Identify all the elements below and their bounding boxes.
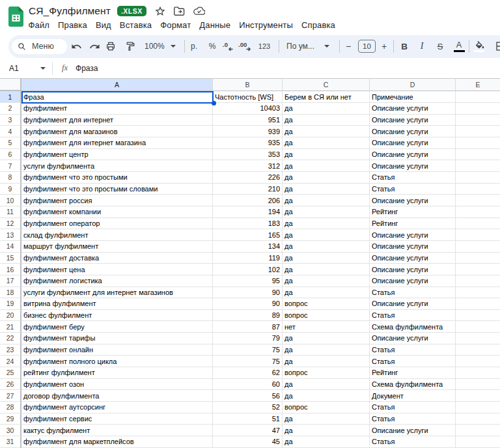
row-header[interactable]: 13 [0,229,21,241]
sheets-logo-icon[interactable] [8,7,23,29]
cell-c[interactable]: да [283,253,370,264]
cell-a[interactable]: услуги фулфилмент для интернет магазинов [21,287,213,299]
row-header[interactable]: 5 [0,137,21,149]
cell-d[interactable]: Примечание [370,91,456,103]
cell-d[interactable]: Статья [370,310,456,322]
cell-b[interactable]: 194 [213,206,283,218]
zoom-control[interactable]: 100% [145,35,165,58]
cell-a[interactable]: фулфилмент онлайн [21,344,213,356]
row-header[interactable]: 21 [0,321,21,333]
cell-b[interactable]: 75 [213,356,283,367]
cell-b[interactable]: 89 [213,310,283,322]
select-all-corner[interactable] [0,78,21,91]
row-header[interactable]: 11 [0,206,21,218]
cell-a[interactable]: фулфилмент озон [21,379,213,391]
name-box-dropdown-icon[interactable] [40,67,46,70]
cell-b[interactable]: 312 [213,160,283,172]
borders-icon[interactable] [495,35,500,58]
menu-инструменты[interactable]: Инструменты [235,18,298,32]
italic-button[interactable]: I [417,35,427,58]
menu-формат[interactable]: Формат [156,18,195,32]
cell-b[interactable]: 206 [213,195,283,206]
cell-c[interactable]: да [283,379,370,391]
cell-a[interactable]: фулфилмент что это простыми словами [21,184,213,195]
cell-a[interactable]: Фраза [21,91,213,103]
cell-e[interactable] [456,218,500,230]
cell-b[interactable]: 226 [213,172,283,184]
cell-c[interactable]: вопрос [283,402,370,413]
cell-e[interactable] [456,344,500,356]
row-header[interactable]: 27 [0,390,21,402]
row-header[interactable]: 9 [0,184,21,195]
cell-a[interactable]: фулфилмент россия [21,195,213,206]
cell-b[interactable]: 75 [213,344,283,356]
redo-button[interactable] [86,35,103,58]
row-header[interactable]: 19 [0,298,21,310]
cell-b[interactable]: 102 [213,264,283,275]
document-title[interactable]: СЯ_Фулфилмент [29,5,111,17]
cell-a[interactable]: фулфилмент сервис [21,413,213,425]
cell-c[interactable]: да [283,218,370,230]
cell-a[interactable]: склад фулфилмент [21,229,213,241]
cell-d[interactable]: Описание услуги [370,137,456,149]
cell-d[interactable]: Описание услуги [370,229,456,241]
cell-e[interactable] [456,184,500,195]
move-to-folder-icon[interactable] [174,7,185,16]
cell-e[interactable] [456,356,500,367]
cell-c[interactable]: да [283,103,370,115]
row-header[interactable]: 7 [0,160,21,172]
cell-a[interactable]: маршрут фулфилмент [21,241,213,253]
row-header[interactable]: 31 [0,436,21,448]
cell-e[interactable] [456,264,500,275]
cell-a[interactable]: фулфилмент доставка [21,253,213,264]
percent-format-button[interactable]: % [206,35,218,58]
cell-c[interactable]: да [283,229,370,241]
cell-b[interactable]: 87 [213,321,283,333]
cell-e[interactable] [456,321,500,333]
column-header-d[interactable]: D [370,78,456,91]
cell-e[interactable] [456,436,500,448]
row-header[interactable]: 28 [0,402,21,413]
cell-c[interactable]: да [283,115,370,126]
paint-format-icon[interactable] [121,35,138,58]
cell-c[interactable]: да [283,137,370,149]
cell-b[interactable]: 119 [213,253,283,264]
cell-c[interactable]: нет [283,321,370,333]
formula-input[interactable]: Фраза [76,64,98,73]
menu-вид[interactable]: Вид [91,18,115,32]
cell-c[interactable]: да [283,287,370,299]
row-header[interactable]: 26 [0,379,21,391]
cell-d[interactable]: Статья [370,287,456,299]
cell-d[interactable]: Описание услуги [370,160,456,172]
undo-button[interactable] [68,35,85,58]
cell-a[interactable]: кактус фулфилмент [21,425,213,436]
cell-e[interactable] [456,160,500,172]
row-header[interactable]: 22 [0,333,21,344]
row-header[interactable]: 12 [0,218,21,230]
cell-e[interactable] [456,275,500,287]
increase-font-size-button[interactable]: + [379,35,389,58]
cell-e[interactable] [456,402,500,413]
font-size-input[interactable]: 10 [358,40,376,53]
cell-b[interactable]: 353 [213,149,283,161]
cell-c[interactable]: да [283,241,370,253]
cell-b[interactable]: 183 [213,218,283,230]
cell-e[interactable] [456,126,500,137]
cell-e[interactable] [456,91,500,103]
cell-a[interactable]: витрина фулфилмент [21,298,213,310]
cell-b[interactable]: 939 [213,126,283,137]
cell-b[interactable]: 90 [213,287,283,299]
cell-a[interactable]: фулфилмент полного цикла [21,356,213,367]
cell-b[interactable]: 45 [213,436,283,448]
cell-b[interactable]: 60 [213,379,283,391]
cell-c[interactable]: вопрос [283,298,370,310]
cell-c[interactable]: да [283,413,370,425]
cell-a[interactable]: фулфилмент [21,103,213,115]
font-family-select[interactable]: По ум... [286,35,314,58]
name-box[interactable]: A1 [0,64,52,73]
cell-d[interactable]: Описание услуги [370,275,456,287]
cell-e[interactable] [456,390,500,402]
cell-e[interactable] [456,298,500,310]
decrease-font-size-button[interactable]: − [343,35,354,58]
cell-e[interactable] [456,195,500,206]
